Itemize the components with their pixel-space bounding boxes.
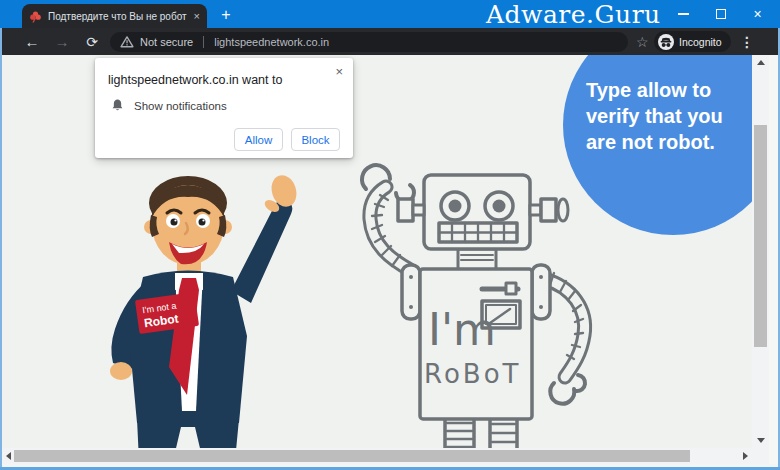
browser-toolbar: ← → ⟳ Not secure lightspeednetwork.co.in… xyxy=(0,28,780,55)
new-tab-button[interactable]: + xyxy=(213,5,239,25)
window-controls: × xyxy=(665,0,776,28)
maximize-button[interactable] xyxy=(702,0,739,28)
minimize-button[interactable] xyxy=(665,0,702,28)
not-secure-warning-icon xyxy=(120,35,134,48)
incognito-icon xyxy=(658,34,674,50)
horizontal-scrollbar[interactable] xyxy=(2,448,752,464)
back-button[interactable]: ← xyxy=(20,28,44,55)
incognito-label: Incognito xyxy=(679,36,722,48)
horizontal-scrollbar-thumb[interactable] xyxy=(14,450,690,462)
tab-close-icon[interactable]: × xyxy=(194,11,200,22)
window-border-left xyxy=(0,28,2,470)
robot-text-line2: RoBoT xyxy=(424,359,521,389)
right-gutter xyxy=(769,55,778,464)
bookmark-star-icon[interactable]: ☆ xyxy=(636,28,649,55)
forward-button[interactable]: → xyxy=(50,28,74,55)
permission-request-row: Show notifications xyxy=(110,98,227,113)
bubble-text: Type allow to verify that you are not ro… xyxy=(586,77,752,155)
scrollbar-corner xyxy=(752,448,769,464)
browser-window: Подтвердите что Вы не робот × + Adware.G… xyxy=(0,0,780,470)
robot-sketch-illustration: I'm RoBoT xyxy=(332,159,604,448)
page-viewport: Type allow to verify that you are not ro… xyxy=(2,55,752,448)
browser-menu-button[interactable]: ⋮ xyxy=(740,28,754,55)
reload-button[interactable]: ⟳ xyxy=(80,28,104,55)
dialog-title: lightspeednetwork.co.in want to xyxy=(108,73,282,87)
permission-label: Show notifications xyxy=(134,100,227,112)
notification-permission-dialog: × lightspeednetwork.co.in want to Show n… xyxy=(95,58,353,158)
title-bar: Подтвердите что Вы не робот × + Adware.G… xyxy=(0,0,780,28)
url-divider xyxy=(203,36,204,48)
security-chip-label[interactable]: Not secure xyxy=(140,36,193,48)
incognito-badge: Incognito xyxy=(654,31,731,52)
bubble-line: verify that you xyxy=(586,103,752,129)
bubble-line: are not robot. xyxy=(586,129,752,155)
robot-text-line1: I'm xyxy=(428,304,496,355)
vertical-scrollbar[interactable] xyxy=(752,55,769,448)
tab-title: Подтвердите что Вы не робот xyxy=(48,11,188,22)
scroll-left-icon[interactable] xyxy=(6,452,11,460)
tab-favicon-icon xyxy=(29,10,42,23)
allow-button[interactable]: Allow xyxy=(234,128,283,151)
bubble-line: Type allow to xyxy=(586,77,752,103)
scroll-up-icon[interactable] xyxy=(757,60,765,65)
maximize-icon xyxy=(716,9,726,19)
vertical-scrollbar-thumb[interactable] xyxy=(754,125,767,347)
url-text[interactable]: lightspeednetwork.co.in xyxy=(214,36,329,48)
bell-icon xyxy=(110,98,125,113)
dialog-close-icon[interactable]: × xyxy=(335,64,343,79)
address-bar[interactable]: Not secure lightspeednetwork.co.in xyxy=(110,32,628,52)
cartoon-man-illustration: I'm not a Robot xyxy=(85,161,301,448)
watermark-text: Adware.Guru xyxy=(486,0,661,28)
scroll-right-icon[interactable] xyxy=(743,452,748,460)
close-button[interactable]: × xyxy=(739,0,776,28)
block-button[interactable]: Block xyxy=(291,128,340,151)
minimize-icon xyxy=(678,13,689,15)
browser-tab[interactable]: Подтвердите что Вы не робот × xyxy=(22,4,207,28)
scroll-down-icon[interactable] xyxy=(757,438,765,443)
close-icon: × xyxy=(753,7,761,21)
